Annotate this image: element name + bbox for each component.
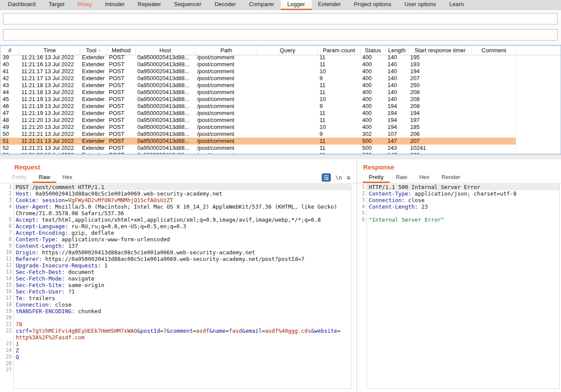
table-row[interactable]: 4911:21:20 13 Jul 2022ExtenderPOST0a9500…: [0, 124, 516, 131]
cell-query: [258, 117, 318, 124]
cell-path: /post/comment: [195, 103, 258, 110]
table-row[interactable]: 4411:21:18 13 Jul 2022ExtenderPOST0a9500…: [0, 89, 516, 96]
request-tab-hex[interactable]: Hex: [56, 172, 78, 183]
menu-tab-decoder[interactable]: Decoder: [208, 0, 242, 10]
word-wrap-icon[interactable]: [322, 173, 331, 182]
cell-time: 11:21:21 13 Jul 2022: [20, 138, 80, 145]
column-header-host[interactable]: Host: [136, 46, 195, 55]
cell-start-response-timer: 185: [408, 124, 472, 131]
table-row[interactable]: 5011:21:21 13 Jul 2022ExtenderPOST0a9500…: [0, 131, 516, 138]
cell-status: 500: [360, 152, 386, 154]
table-row[interactable]: 4011:21:16 13 Jul 2022ExtenderPOST0a9500…: [0, 61, 516, 68]
code-line: Chrome/71.0.3578.98 Safari/537.36: [14, 210, 351, 216]
table-row[interactable]: 4511:21:19 13 Jul 2022ExtenderPOST0a9500…: [0, 96, 516, 103]
request-editor[interactable]: 1234567891011121314151617181920212223242…: [3, 184, 351, 389]
cell-tool: Extender: [80, 89, 107, 96]
menu-tab-user-options[interactable]: User options: [398, 0, 443, 10]
cell-start-response-timer: 206: [408, 131, 472, 138]
column-header-status[interactable]: Status: [360, 46, 386, 55]
editor-menu-icon[interactable]: ≡: [347, 175, 350, 181]
menu-tab-target[interactable]: Target: [42, 0, 71, 10]
view-filter-bar[interactable]: View filter: Showing all items: [3, 29, 558, 41]
line-number: 3: [3, 197, 14, 203]
column-header-comment[interactable]: Comment: [472, 46, 516, 55]
cell-comment: [472, 138, 516, 145]
request-tabs: PrettyRawHex: [6, 172, 78, 183]
code-line: Accept-Language: ru-RU,ru;q=0.8,en-US;q=…: [14, 223, 351, 230]
sort-asc-icon: ∧: [98, 48, 101, 53]
cell-status: 400: [360, 124, 386, 131]
cell-path: /post/comment: [195, 89, 258, 96]
table-row[interactable]: 4211:21:17 13 Jul 2022ExtenderPOST0a9500…: [0, 75, 516, 82]
column-header-spacer[interactable]: [516, 46, 561, 55]
menu-tab-sequencer[interactable]: Sequencer: [167, 0, 208, 10]
cell-path: /post/comment: [195, 55, 258, 61]
menu-tab-proxy[interactable]: Proxy: [71, 0, 99, 10]
cell-param-count: 9: [318, 103, 360, 110]
menu-tab-project-options[interactable]: Project options: [347, 0, 398, 10]
horizontal-splitter[interactable]: [0, 155, 561, 159]
table-row[interactable]: 4711:21:19 13 Jul 2022ExtenderPOST0a9500…: [0, 110, 516, 117]
response-tab-hex[interactable]: Hex: [413, 172, 435, 183]
column-header-length[interactable]: Length: [386, 46, 408, 55]
line-number: 2: [358, 190, 367, 197]
cell-query: [258, 55, 318, 61]
table-row[interactable]: 5111:21:21 13 Jul 2022ExtenderPOST0a9500…: [0, 138, 516, 145]
cell-length: 194: [386, 124, 408, 131]
cell-blank: 53: [0, 152, 20, 154]
response-tab-raw[interactable]: Raw: [390, 172, 413, 183]
menu-tab-intruder[interactable]: Intruder: [99, 0, 131, 10]
response-tab-render[interactable]: Render: [435, 172, 466, 183]
code-line: Referer: https://0a9500020413d88ac08c5c1…: [14, 256, 351, 262]
menu-tab-logger[interactable]: Logger: [281, 0, 311, 10]
menu-tab-comparer[interactable]: Comparer: [242, 0, 281, 10]
menu-tab-dashboard[interactable]: Dashboard: [1, 0, 42, 10]
code-line: Upgrade-Insecure-Requests: 1: [14, 262, 351, 269]
cell-query: [258, 96, 318, 103]
line-number: 5: [3, 216, 14, 223]
burp-logger-screen: DashboardTargetProxyIntruderRepeaterSequ…: [0, 0, 561, 392]
column-header-blank[interactable]: #: [0, 46, 20, 55]
cell-blank: 49: [0, 124, 20, 131]
column-header-tool[interactable]: Tool∧: [80, 46, 107, 55]
code-line: 1: [14, 341, 351, 347]
cell-param-count: 9: [318, 131, 360, 138]
column-header-query[interactable]: Query: [258, 46, 318, 55]
column-header-start-response-timer[interactable]: Start response timer: [408, 46, 472, 55]
table-row[interactable]: 4111:21:17 13 Jul 2022ExtenderPOST0a9500…: [0, 68, 516, 75]
request-tab-raw[interactable]: Raw: [33, 172, 56, 183]
cell-comment: [472, 89, 516, 96]
column-header-method[interactable]: Method: [107, 46, 136, 55]
column-header-time[interactable]: Time: [20, 46, 80, 55]
table-row[interactable]: 5311:21:22 13 Jul 2022ExtenderPOST0a9500…: [0, 152, 516, 154]
table-row[interactable]: 4611:21:19 13 Jul 2022ExtenderPOST0a9500…: [0, 103, 516, 110]
cell-query: [258, 110, 318, 117]
menu-tab-learn[interactable]: Learn: [443, 0, 470, 10]
code-line: Cookie: session=VgFWy4D2vMfON7vMNMhjQ1Sc…: [14, 197, 351, 203]
menu-tab-repeater[interactable]: Repeater: [131, 0, 167, 10]
cell-status: 400: [360, 75, 386, 82]
response-editor[interactable]: 123456 HTTP/1.1 500 Internal Server Erro…: [358, 184, 560, 389]
cell-param-count: 11: [318, 145, 360, 152]
table-row[interactable]: 4311:21:18 13 Jul 2022ExtenderPOST0a9500…: [0, 82, 516, 89]
line-number: 21: [3, 321, 14, 328]
menu-tab-extender[interactable]: Extender: [312, 0, 347, 10]
cell-comment: [472, 55, 516, 61]
column-header-param-count[interactable]: Param count: [318, 46, 360, 55]
table-row[interactable]: 4811:21:20 13 Jul 2022ExtenderPOST0a9500…: [0, 117, 516, 124]
cell-tool: Extender: [80, 138, 107, 145]
table-row[interactable]: 3911:21:16 13 Jul 2022ExtenderPOST0a9500…: [0, 55, 516, 61]
table-row[interactable]: 5211:21:21 13 Jul 2022ExtenderPOST0a9500…: [0, 145, 516, 152]
column-header-path[interactable]: Path: [195, 46, 258, 55]
cell-blank: 46: [0, 103, 20, 110]
capture-filter-bar[interactable]: Capture filter: Logger memory limit set …: [3, 13, 558, 24]
cell-time: 11:21:19 13 Jul 2022: [20, 110, 80, 117]
cell-start-response-timer: 208: [408, 96, 472, 103]
cell-comment: [472, 131, 516, 138]
line-number: 11: [3, 256, 14, 262]
response-tab-pretty[interactable]: Pretty: [363, 172, 390, 183]
newline-icon[interactable]: \n: [336, 175, 342, 181]
cell-status: 400: [360, 55, 386, 61]
line-number: 7: [3, 230, 14, 236]
cell-length: 140: [386, 68, 408, 75]
